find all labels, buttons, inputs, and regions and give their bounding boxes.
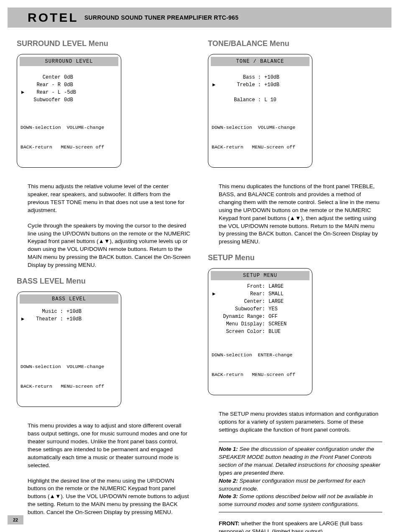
cursor-icon — [21, 74, 28, 81]
setup-heading: SETUP Menu — [208, 253, 382, 262]
notes-block: Note 1: See the discussion of speaker co… — [219, 442, 382, 512]
menu-row: Front:LARGE — [212, 283, 308, 290]
row-value: +10dB — [261, 81, 279, 89]
def-label: FRONT: — [219, 520, 240, 527]
row-value: LARGE — [265, 298, 284, 305]
brand-logo: ROTEL — [28, 10, 79, 25]
row-value: BLUE — [265, 328, 281, 335]
body-text: This menu adjusts the relative volume le… — [28, 183, 191, 215]
row-label: Rear - R — [28, 81, 61, 89]
bass-level-menu: BASS LEVEL Music :+10dB ▶Theater :+10dB … — [17, 292, 121, 407]
menu-row: Screen Color:BLUE — [212, 328, 308, 335]
menu-row: Bass :+10dB — [212, 74, 308, 81]
body-text: Cycle through the speakers by moving the… — [28, 222, 191, 269]
body-text: The SETUP menu provides status informati… — [219, 410, 382, 434]
row-label: Dynamic Range: — [219, 313, 265, 320]
hint-line: DOWN-selection ENTER-change — [212, 352, 309, 358]
row-label: Subwoofer — [28, 96, 61, 104]
row-value: 0dB — [61, 96, 73, 104]
row-value: SCREEN — [265, 320, 286, 328]
menu-row: Rear - R0dB — [21, 81, 117, 89]
note-label: Note 2: — [219, 478, 238, 484]
hint-line: BACK-return MENU-screen off — [20, 383, 118, 390]
row-label: Bass : — [219, 74, 261, 81]
row-label: Rear: — [219, 290, 265, 298]
row-label: Music : — [28, 308, 63, 315]
tone-balance-heading: TONE/BALANCE Menu — [208, 39, 382, 48]
cursor-icon — [212, 305, 219, 313]
row-value: -5dB — [61, 89, 76, 96]
right-column: TONE/BALANCE Menu TONE / BALANCE Bass :+… — [208, 39, 382, 532]
cursor-icon — [212, 74, 219, 81]
cursor-icon — [212, 283, 219, 290]
menu-title: TONE / BALANCE — [211, 57, 309, 66]
menu-hints: DOWN-selection VOLUME-change BACK-return… — [208, 109, 312, 164]
hint-line: DOWN-selection VOLUME-change — [212, 124, 309, 131]
menu-row: Music :+10dB — [21, 308, 117, 315]
cursor-icon — [212, 96, 219, 104]
row-value: +10dB — [261, 74, 279, 81]
cursor-icon — [212, 328, 219, 335]
hint-line: BACK-return MENU-screen off — [212, 144, 309, 151]
note-text: See the discussion of speaker configurat… — [219, 446, 380, 476]
cursor-icon — [212, 298, 219, 305]
hint-line: DOWN-selection VOLUME-change — [20, 124, 118, 131]
menu-row: Balance :L 10 — [212, 96, 308, 104]
row-label: Subwoofer: — [219, 305, 265, 313]
menu-title: BASS LEVEL — [20, 294, 118, 304]
row-label: Center: — [219, 298, 265, 305]
menu-hints: DOWN-selection VOLUME-change BACK-return… — [17, 109, 121, 164]
cursor-icon: ▶ — [212, 81, 219, 89]
row-label — [219, 89, 261, 96]
def-text: whether the front speakers are LARGE (fu… — [219, 520, 363, 532]
row-value: 0dB — [61, 81, 73, 89]
cursor-icon — [212, 313, 219, 320]
menu-title: SETUP MENU — [211, 271, 309, 280]
menu-row: Center:LARGE — [212, 298, 308, 305]
row-label: Screen Color: — [219, 328, 265, 335]
menu-hints: DOWN-selection ENTER-change BACK-return … — [208, 336, 312, 391]
header-bar: ROTEL SURROUND SOUND TUNER PREAMPLIFIER … — [8, 8, 391, 28]
note-text: Some options described below will not be… — [219, 493, 373, 507]
menu-row: ▶Rear - L-5dB — [21, 89, 117, 96]
note-label: Note 1: — [219, 446, 238, 452]
hint-line: BACK-return MENU-screen off — [20, 144, 118, 151]
cursor-icon — [21, 96, 28, 104]
menu-row: Dynamic Range:OFF — [212, 313, 308, 320]
bass-level-heading: BASS LEVEL Menu — [17, 277, 191, 286]
page-number: 22 — [8, 515, 23, 524]
cursor-icon — [21, 81, 28, 89]
row-value: YES — [265, 305, 278, 313]
note-text: Speaker configuration must be performed … — [219, 478, 365, 492]
menu-row: ▶Rear:SMALL — [212, 290, 308, 298]
surround-level-menu: SURROUND LEVEL Center0dB Rear - R0dB ▶Re… — [17, 54, 121, 168]
menu-row: ▶Treble :+10dB — [212, 81, 308, 89]
row-value: 0dB — [61, 74, 73, 81]
product-title: SURROUND SOUND TUNER PREAMPLIFIER RTC-96… — [84, 14, 239, 21]
row-value: LARGE — [265, 283, 284, 290]
row-value — [261, 89, 264, 96]
body-text: Highlight the desired line of the menu u… — [28, 477, 191, 517]
menu-row: Center0dB — [21, 74, 117, 81]
menu-title: SURROUND LEVEL — [20, 57, 118, 66]
row-value: SMALL — [265, 290, 284, 298]
cursor-icon: ▶ — [21, 89, 28, 96]
setup-menu: SETUP MENU Front:LARGE ▶Rear:SMALL Cente… — [208, 268, 312, 395]
cursor-icon: ▶ — [21, 315, 28, 323]
definitions: FRONT: whether the front speakers are LA… — [219, 520, 382, 532]
menu-row — [212, 89, 308, 96]
menu-row: Menu Display:SCREEN — [212, 320, 308, 328]
row-label: Center — [28, 74, 61, 81]
menu-row: Subwoofer:YES — [212, 305, 308, 313]
menu-row: Subwoofer0dB — [21, 96, 117, 104]
hint-line: DOWN-selection VOLUME-change — [20, 363, 118, 370]
menu-row: ▶Theater :+10dB — [21, 315, 117, 323]
row-value: OFF — [265, 313, 278, 320]
row-label: Balance : — [219, 96, 261, 104]
cursor-icon — [21, 308, 28, 315]
surround-level-heading: SURROUND LEVEL Menu — [17, 39, 191, 48]
row-label: Front: — [219, 283, 265, 290]
row-label: Rear - L — [28, 89, 61, 96]
cursor-icon: ▶ — [212, 290, 219, 298]
menu-hints: DOWN-selection VOLUME-change BACK-return… — [17, 348, 121, 403]
